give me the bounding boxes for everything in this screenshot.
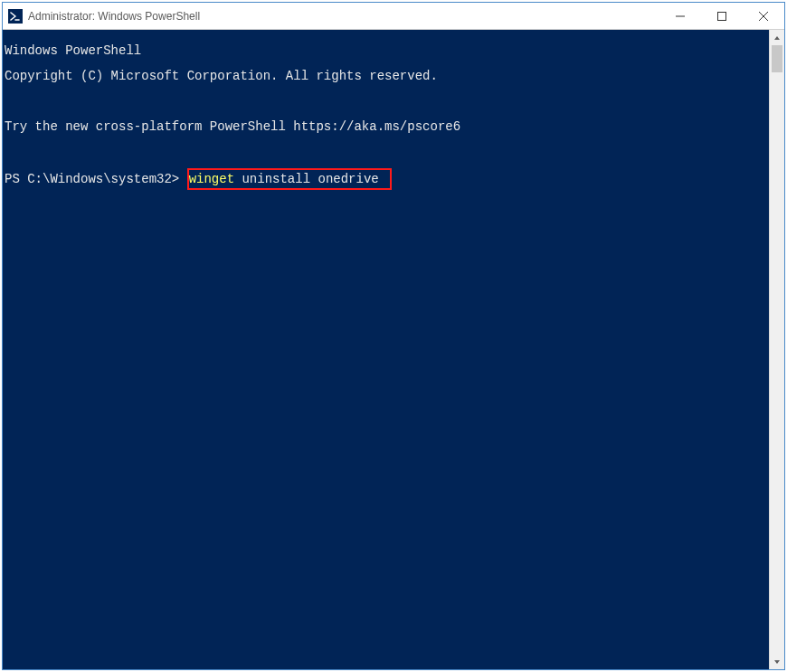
command-args: uninstall onedrive <box>234 172 379 186</box>
scroll-up-button[interactable] <box>770 30 784 45</box>
powershell-icon <box>8 9 23 24</box>
terminal-output[interactable]: Windows PowerShell Copyright (C) Microso… <box>3 30 769 669</box>
output-line: Try the new cross-platform PowerShell ht… <box>5 120 769 133</box>
powershell-window: Administrator: Windows PowerShell Window… <box>2 2 785 670</box>
output-line <box>5 146 769 158</box>
command-highlight: winget uninstall onedrive <box>187 168 392 190</box>
window-title: Administrator: Windows PowerShell <box>28 10 200 23</box>
window-controls <box>659 3 784 29</box>
output-line: Copyright (C) Microsoft Corporation. All… <box>5 70 769 82</box>
vertical-scrollbar[interactable] <box>769 30 784 669</box>
titlebar[interactable]: Administrator: Windows PowerShell <box>3 3 784 30</box>
prompt-text: PS C:\Windows\system32> <box>5 172 187 186</box>
scrollbar-track[interactable] <box>770 45 784 654</box>
output-line: Windows PowerShell <box>5 44 769 57</box>
client-area: Windows PowerShell Copyright (C) Microso… <box>3 30 784 669</box>
close-button[interactable] <box>743 3 784 30</box>
svg-rect-3 <box>718 13 726 21</box>
cursor <box>379 173 386 185</box>
command-keyword: winget <box>189 172 234 186</box>
maximize-button[interactable] <box>701 3 743 30</box>
prompt-line: PS C:\Windows\system32> winget uninstall… <box>5 171 769 184</box>
minimize-button[interactable] <box>659 3 701 30</box>
output-line <box>5 95 769 108</box>
scroll-down-button[interactable] <box>770 654 784 669</box>
scrollbar-thumb[interactable] <box>772 45 782 72</box>
